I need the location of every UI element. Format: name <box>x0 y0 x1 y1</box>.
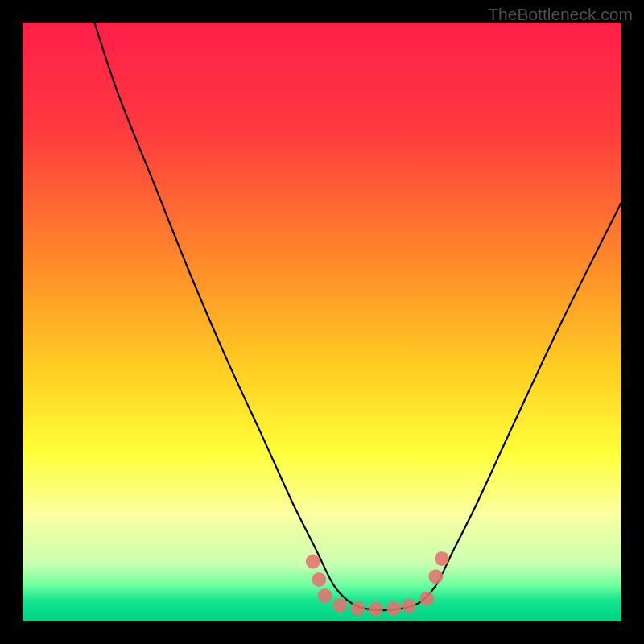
data-marker <box>428 569 443 584</box>
data-marker <box>369 601 383 616</box>
data-marker <box>332 598 347 613</box>
chart-svg <box>23 23 621 621</box>
data-marker <box>318 588 332 603</box>
data-marker <box>312 572 326 587</box>
gradient-background <box>23 23 621 621</box>
data-marker <box>435 551 449 566</box>
data-marker <box>306 555 320 569</box>
data-marker <box>402 599 416 613</box>
data-marker <box>386 601 401 616</box>
data-marker <box>351 601 365 616</box>
chart-frame: TheBottleneck.com <box>0 0 644 644</box>
watermark-text: TheBottleneck.com <box>488 5 633 24</box>
plot-area <box>23 23 621 621</box>
data-marker <box>419 592 434 606</box>
